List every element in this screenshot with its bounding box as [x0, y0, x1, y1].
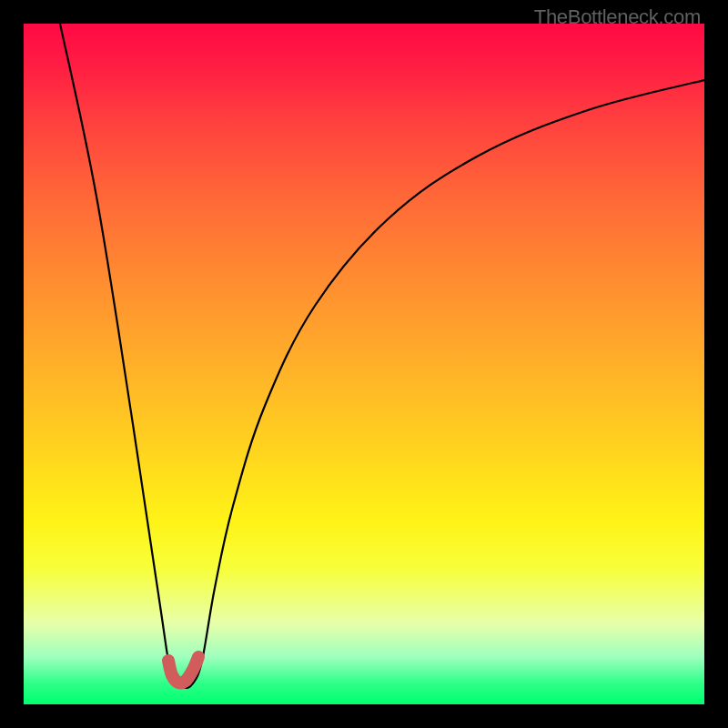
marker-segment [168, 657, 198, 683]
curve-svg [24, 24, 704, 704]
chart-frame: TheBottleneck.com [0, 0, 728, 728]
watermark-text: TheBottleneck.com [534, 5, 701, 29]
bottleneck-curve [60, 24, 704, 688]
gradient-plot-area [24, 24, 704, 704]
